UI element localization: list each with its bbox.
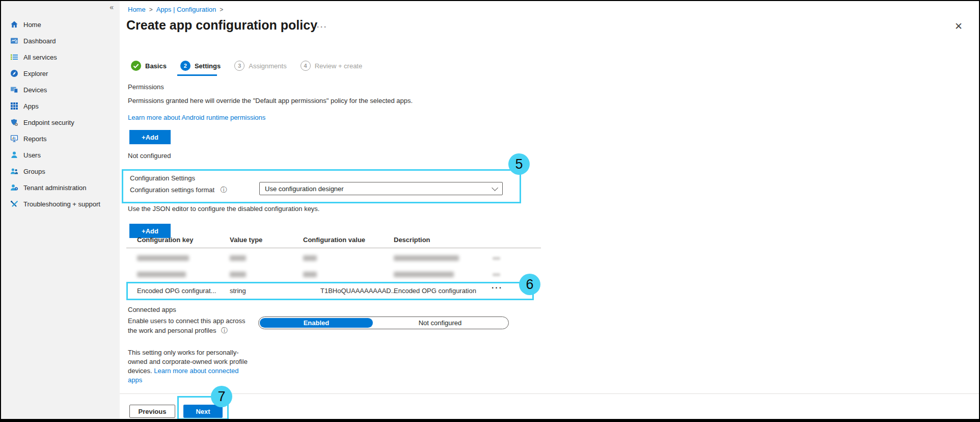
- sidebar-item-label: Explorer: [23, 70, 48, 77]
- step-number-icon: 3: [234, 61, 244, 71]
- configuration-settings-format-label: Configuration settings format ⓘ: [130, 186, 227, 195]
- sidebar-item-devices[interactable]: Devices: [1, 82, 120, 98]
- add-permission-button[interactable]: +Add: [129, 130, 171, 144]
- explorer-icon: [10, 69, 18, 77]
- redacted-cell: [230, 255, 246, 261]
- connected-apps-toggle: Enabled Not configured: [258, 316, 509, 329]
- annotation-badge-5: 5: [508, 153, 530, 175]
- sidebar-item-home[interactable]: Home: [1, 16, 120, 33]
- connected-apps-heading: Connected apps: [128, 306, 176, 313]
- more-options-icon[interactable]: ···: [317, 22, 328, 31]
- sidebar-item-label: Dashboard: [23, 37, 56, 45]
- tools-icon: [10, 200, 18, 208]
- footer-divider: [120, 393, 980, 394]
- sidebar-item-all-services[interactable]: All services: [1, 49, 120, 65]
- json-editor-note: Use the JSON editor to configure the dis…: [128, 205, 320, 213]
- step-number-icon: 2: [180, 61, 190, 71]
- sidebar-item-explorer[interactable]: Explorer: [1, 65, 120, 82]
- page-title: Create app configuration policy: [126, 18, 317, 33]
- toggle-option-not-configured[interactable]: Not configured: [374, 318, 506, 328]
- all-services-icon: [10, 53, 18, 61]
- reports-icon: [10, 135, 18, 143]
- connected-apps-label: Enable users to connect this app across …: [128, 316, 254, 335]
- table-row-redacted[interactable]: [128, 268, 530, 283]
- annotation-badge-7: 7: [211, 386, 232, 407]
- sidebar-item-label: All services: [23, 54, 57, 61]
- android-permissions-link[interactable]: Learn more about Android runtime permiss…: [128, 114, 265, 121]
- redacted-cell: [394, 272, 454, 277]
- dashboard-icon: [10, 37, 18, 45]
- active-step-underline: [177, 74, 217, 76]
- toggle-option-enabled[interactable]: Enabled: [260, 318, 373, 328]
- check-circle-icon: [131, 61, 141, 71]
- step-label: Basics: [145, 62, 167, 70]
- breadcrumb-home-link[interactable]: Home: [128, 6, 146, 13]
- sidebar-item-label: Devices: [23, 86, 47, 94]
- sidebar-item-reports[interactable]: Reports: [1, 130, 120, 147]
- sidebar-item-label: Reports: [23, 135, 47, 143]
- group-icon: [10, 167, 18, 175]
- step-assignments[interactable]: 3 Assignments: [234, 61, 286, 71]
- redacted-cell: [137, 255, 189, 261]
- step-review-create[interactable]: 4 Review + create: [301, 61, 363, 71]
- redacted-cell: [303, 255, 317, 261]
- step-basics[interactable]: Basics: [131, 61, 167, 71]
- sidebar-item-label: Home: [23, 21, 41, 29]
- breadcrumb-separator: >: [146, 6, 156, 13]
- cell-description: Encoded OPG configuration: [394, 287, 476, 295]
- sidebar-item-troubleshooting-support[interactable]: Troubleshooting + support: [1, 196, 120, 212]
- apps-icon: [10, 102, 18, 110]
- cell-configuration-key: Encoded OPG configurat...: [137, 287, 216, 295]
- user-icon: [10, 151, 18, 159]
- chevron-down-icon: [492, 184, 498, 191]
- sidebar-item-tenant-administration[interactable]: Tenant administration: [1, 179, 120, 196]
- close-icon[interactable]: ✕: [955, 20, 963, 32]
- sidebar-item-label: Groups: [23, 168, 45, 175]
- sidebar-item-label: Troubleshooting + support: [23, 200, 100, 208]
- row-context-menu-icon[interactable]: ···: [492, 283, 503, 293]
- permissions-status: Not configured: [128, 152, 171, 160]
- sidebar-item-dashboard[interactable]: Dashboard: [1, 33, 120, 49]
- column-header-configuration-key: Configuration key: [137, 236, 194, 244]
- app-window: « Home Dashboard All services Explorer D…: [0, 0, 980, 422]
- sidebar-item-label: Endpoint security: [23, 119, 74, 126]
- cell-configuration-value: T1BHoQUAAAAAAAAD...: [320, 287, 397, 295]
- tenant-admin-icon: [10, 183, 18, 192]
- sidebar-item-groups[interactable]: Groups: [1, 163, 120, 179]
- previous-button[interactable]: Previous: [129, 405, 175, 418]
- breadcrumb-section-link[interactable]: Apps | Configuration: [156, 6, 216, 13]
- configuration-settings-heading: Configuration Settings: [130, 174, 195, 182]
- sidebar-collapse-icon[interactable]: «: [110, 3, 114, 11]
- sidebar-item-label: Tenant administration: [23, 184, 87, 192]
- shield-icon: [10, 118, 18, 126]
- table-header-divider: [126, 248, 541, 248]
- format-label-text: Configuration settings format: [130, 186, 214, 194]
- cell-value-type: string: [230, 287, 246, 295]
- info-icon[interactable]: ⓘ: [221, 186, 227, 195]
- permissions-heading: Permissions: [128, 83, 164, 91]
- devices-icon: [10, 86, 18, 94]
- redacted-cell: [137, 272, 186, 277]
- configuration-format-dropdown[interactable]: Use configuration designer: [259, 182, 503, 195]
- info-icon[interactable]: ⓘ: [221, 326, 228, 335]
- step-label: Review + create: [315, 62, 363, 70]
- step-number-icon: 4: [301, 61, 311, 71]
- redacted-cell: [493, 257, 500, 260]
- redacted-cell: [493, 273, 500, 276]
- sidebar-item-apps[interactable]: Apps: [1, 98, 120, 114]
- permissions-description: Permissions granted here will override t…: [128, 97, 413, 104]
- next-button[interactable]: Next: [183, 405, 223, 418]
- step-label: Assignments: [249, 62, 286, 70]
- step-settings[interactable]: 2 Settings: [180, 61, 221, 71]
- column-header-configuration-value: Configuration value: [303, 236, 365, 244]
- sidebar-item-label: Users: [23, 151, 41, 159]
- step-label: Settings: [195, 62, 221, 70]
- sidebar-item-users[interactable]: Users: [1, 147, 120, 163]
- redacted-cell: [303, 272, 317, 277]
- redacted-cell: [230, 272, 246, 277]
- sidebar-item-endpoint-security[interactable]: Endpoint security: [1, 114, 120, 130]
- sidebar: « Home Dashboard All services Explorer D…: [1, 1, 120, 419]
- dropdown-selected-value: Use configuration designer: [265, 185, 492, 193]
- column-header-value-type: Value type: [230, 236, 262, 244]
- home-icon: [10, 20, 18, 29]
